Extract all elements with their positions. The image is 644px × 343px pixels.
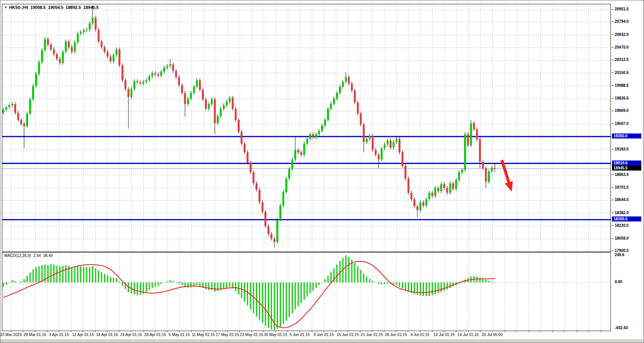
macd-histogram-bar [336, 265, 338, 282]
candle-body [336, 93, 338, 98]
candle-body [104, 47, 106, 52]
candle-body [5, 107, 7, 110]
macd-axis[interactable]: 249.60.00-442.43 [612, 252, 644, 331]
macd-histogram-bar [104, 274, 105, 282]
candle-body [458, 172, 460, 180]
macd-histogram-bar [27, 276, 28, 282]
horizontal-level-line[interactable] [2, 136, 610, 137]
candle-body [267, 226, 269, 234]
candle-body [133, 81, 135, 89]
horizontal-level-line[interactable] [2, 163, 610, 164]
candle-body [11, 104, 13, 105]
time-tick-label: 23 May 01:15 [240, 333, 263, 337]
candle-body [211, 99, 213, 104]
macd-histogram-bar [214, 282, 215, 292]
title-low: 18892.5 [66, 5, 81, 10]
macd-histogram-bar [316, 282, 317, 288]
time-tick-mark [336, 331, 336, 332]
macd-name: MACD(12,26,9) [4, 253, 31, 258]
candle-body [8, 105, 10, 107]
chevron-down-icon[interactable]: ▼ [4, 6, 7, 9]
macd-histogram-bar [50, 264, 52, 282]
time-tick-label: 28 Jun 01:15 [385, 333, 407, 337]
candle-body [259, 189, 261, 202]
candle-body [271, 234, 272, 238]
macd-histogram-bar [393, 282, 394, 285]
arrow-head[interactable] [505, 181, 513, 192]
candle-body [285, 179, 287, 192]
horizontal-level-line[interactable] [2, 219, 610, 220]
macd-chart[interactable] [2, 253, 610, 331]
macd-histogram-bar [450, 282, 451, 288]
price-chart[interactable] [2, 4, 610, 252]
candle-body [473, 123, 475, 129]
price-tick-mark [612, 60, 614, 60]
candle-body [375, 150, 377, 155]
macd-histogram-bar [149, 282, 150, 290]
candle-body [321, 125, 323, 131]
price-tick-label: 19669.0 [615, 108, 629, 113]
macd-histogram-bar [426, 282, 427, 296]
macd-histogram-bar [265, 282, 266, 326]
macd-tick-label: 249.6 [615, 253, 624, 257]
price-tick-mark [612, 251, 614, 251]
candle-body [38, 62, 40, 74]
time-tick-label: 3 Apr 01:15 [49, 333, 69, 337]
macd-histogram-bar [494, 282, 495, 282]
candle-body [196, 80, 198, 86]
price-tick-label: 20794.0 [615, 19, 629, 24]
time-axis[interactable]: 22 Mar 202328 Mar 01:153 Apr 01:1512 Apr… [2, 331, 611, 340]
candle-body [59, 59, 61, 63]
macd-histogram-bar [166, 281, 168, 282]
macd-histogram-bar [309, 282, 311, 293]
macd-histogram-bar [92, 266, 93, 282]
candle-body [175, 71, 177, 77]
macd-histogram-bar [417, 282, 418, 295]
candle-body [184, 93, 186, 104]
candle-body [20, 120, 22, 124]
candle-body [297, 150, 299, 152]
macd-histogram-bar [369, 279, 370, 282]
price-tick-mark [612, 47, 614, 47]
candle-body [318, 131, 320, 134]
price-tick-mark [612, 123, 614, 124]
symbol-timeframe: HK50-,H4 [9, 5, 28, 10]
price-axis[interactable]: 20951.520794.020632.020470.020312.520150… [612, 4, 644, 252]
macd-histogram-bar [295, 282, 296, 309]
price-tick-label: 20312.5 [615, 57, 629, 62]
time-tick-label: 9 Jun 01:15 [314, 333, 334, 337]
macd-histogram-bar [372, 281, 373, 282]
macd-histogram-bar [423, 282, 424, 296]
bottom-strip [0, 340, 644, 343]
macd-histogram-bar [235, 282, 236, 291]
time-tick-label: 17 May 01:15 [216, 333, 239, 337]
time-tick-label: 30 May 01:15 [264, 333, 288, 337]
time-tick-mark [35, 331, 35, 332]
macd-histogram-bar [313, 282, 314, 291]
time-tick-mark [372, 331, 372, 332]
price-tick-label: 18544.0 [615, 198, 629, 202]
macd-histogram-bar [259, 282, 260, 320]
macd-histogram-bar [223, 282, 224, 289]
candle-body [116, 49, 118, 55]
price-tick-mark [612, 34, 614, 35]
macd-histogram-bar [199, 282, 200, 286]
candle-body [86, 30, 87, 30]
macd-histogram-bar [375, 282, 376, 283]
candle-body [300, 152, 302, 155]
macd-histogram-bar [435, 282, 436, 294]
time-tick-mark [276, 331, 276, 332]
price-tick-label: 18382.0 [615, 211, 629, 215]
macd-histogram-bar [318, 282, 319, 285]
candle-body [74, 42, 76, 52]
macd-signal-line [3, 261, 495, 328]
macd-histogram-bar [402, 282, 403, 288]
candle-body [345, 77, 347, 82]
candle-body [202, 90, 204, 100]
candle-body [220, 109, 222, 116]
price-tick-mark [612, 225, 614, 226]
macd-histogram-bar [289, 282, 290, 317]
macd-histogram-bar [328, 276, 329, 282]
price-tick-label: 20470.0 [615, 45, 629, 49]
macd-histogram-bar [405, 282, 406, 290]
